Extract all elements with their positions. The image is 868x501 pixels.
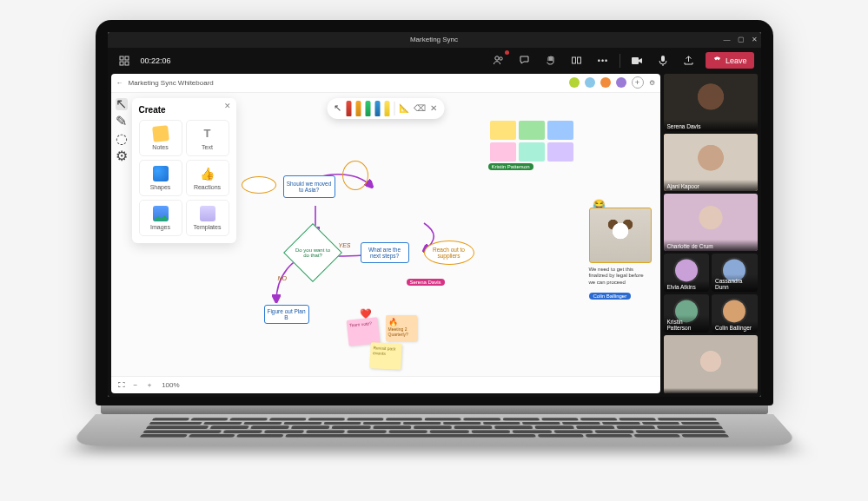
create-notes[interactable]: Notes: [139, 120, 182, 156]
pen-eraser[interactable]: ⌫: [414, 103, 426, 113]
image-icon: [153, 206, 169, 221]
laptop-base: [96, 414, 773, 482]
flow-node-circle[interactable]: [341, 161, 370, 190]
pointer-tool[interactable]: ↖: [334, 102, 341, 114]
zoom-out-button[interactable]: −: [134, 381, 138, 389]
video-tile[interactable]: Elvia Atkins: [664, 254, 710, 292]
laptop-frame: Marketing Sync — ▢ ✕ 00:22:06: [96, 20, 773, 482]
note-palette[interactable]: Kristin Patterson: [490, 121, 573, 162]
swatch-mint[interactable]: [519, 142, 545, 162]
video-tile[interactable]: Serena Davis: [664, 74, 758, 131]
grid-icon: [118, 55, 130, 67]
sticky-yellow[interactable]: Revisit past events: [369, 342, 402, 370]
add-collaborator-button[interactable]: +: [632, 76, 644, 89]
collaborator-avatar[interactable]: [569, 77, 580, 88]
flow-node-move-asia[interactable]: Should we moved to Asia?: [283, 175, 335, 198]
meeting-timer: 00:22:06: [141, 56, 171, 65]
collaborator-avatar[interactable]: [616, 77, 626, 88]
pen-red[interactable]: [346, 101, 351, 116]
chat-button[interactable]: [515, 51, 534, 70]
more-actions-button[interactable]: •••: [593, 51, 613, 70]
participant-name: Cassandra Dunn: [712, 274, 758, 292]
highlighter-yellow[interactable]: [384, 101, 389, 116]
settings-tool[interactable]: ⚙: [116, 150, 128, 162]
keyboard: [139, 418, 729, 437]
layout-grid-button[interactable]: [115, 51, 134, 70]
video-tile[interactable]: Ajani Kapoor: [664, 134, 758, 191]
svg-rect-1: [125, 56, 129, 60]
collaborator-avatar[interactable]: [600, 77, 611, 88]
pen-toolbar-close[interactable]: ✕: [430, 103, 437, 113]
ruler-tool[interactable]: 📐: [399, 103, 409, 113]
video-tile[interactable]: Colin Ballinger: [712, 294, 758, 333]
reactions-button[interactable]: [541, 51, 560, 70]
zoom-level: 100%: [162, 381, 179, 389]
image-card[interactable]: 😂 We need to get this finalized by legal…: [589, 208, 652, 302]
pen-green[interactable]: [365, 101, 370, 116]
create-panel-title: Create: [139, 105, 229, 115]
flow-node-reach-out[interactable]: Reach out to suppliers: [424, 241, 474, 265]
swatch-lilac[interactable]: [547, 142, 573, 162]
pen-blue[interactable]: [374, 101, 380, 116]
flow-node-ellipse-left[interactable]: [242, 176, 276, 194]
create-item-label: Templates: [194, 224, 222, 230]
pen-orange[interactable]: [355, 101, 361, 116]
flow-node-next-steps[interactable]: What are the next steps?: [361, 242, 409, 263]
shape-icon: [153, 166, 169, 181]
whiteboard-header: ← Marketing Sync Whiteboard + ⚙: [111, 74, 660, 93]
swatch-green[interactable]: [519, 121, 545, 140]
create-images[interactable]: Images: [139, 200, 182, 236]
leave-button[interactable]: Leave: [706, 52, 754, 69]
svg-rect-3: [125, 62, 129, 65]
select-tool[interactable]: ↖: [116, 98, 128, 110]
video-tile[interactable]: Charlotte de Crum: [664, 194, 758, 251]
share-button[interactable]: [679, 51, 699, 70]
mic-toggle[interactable]: [653, 51, 673, 70]
whiteboard-canvas[interactable]: ↖ ✎ ◌ ⚙ ✕ Create Note: [111, 93, 660, 376]
svg-point-5: [500, 57, 502, 60]
video-tile[interactable]: [664, 335, 758, 392]
eraser-tool[interactable]: ◌: [116, 133, 128, 145]
participant-name: Colin Ballinger: [712, 321, 758, 333]
draw-tool[interactable]: ✎: [116, 115, 128, 128]
image-caption: We need to get this finalized by legal b…: [589, 267, 652, 287]
participant-name: Charlotte de Crum: [664, 240, 758, 251]
avatar: [723, 300, 745, 323]
zoom-in-button[interactable]: ＋: [146, 380, 153, 390]
swatch-yellow[interactable]: [490, 121, 516, 140]
tool-rail: ↖ ✎ ◌ ⚙: [115, 98, 129, 162]
swatch-blue[interactable]: [547, 121, 573, 140]
create-item-label: Reactions: [194, 184, 221, 190]
breakout-rooms-button[interactable]: [567, 51, 586, 70]
create-text[interactable]: T Text: [186, 120, 229, 156]
fit-view-button[interactable]: ⛶: [118, 381, 125, 389]
wb-back-button[interactable]: ←: [116, 79, 123, 87]
sticky-orange[interactable]: 🔥 Meeting 2 Quarterly?: [386, 315, 417, 341]
wb-settings-button[interactable]: ⚙: [649, 79, 655, 87]
pen-toolbar[interactable]: ↖ 📐 ⌫ ✕: [327, 98, 444, 119]
title-bar: Marketing Sync — ▢ ✕: [108, 32, 761, 48]
participants-button[interactable]: [489, 51, 508, 70]
video-tile[interactable]: Cassandra Dunn: [712, 254, 758, 292]
create-templates[interactable]: Templates: [186, 200, 229, 236]
svg-rect-7: [578, 57, 581, 63]
create-close-button[interactable]: ✕: [224, 102, 231, 110]
create-item-label: Images: [150, 224, 170, 230]
edge-label-no: NO: [278, 275, 288, 281]
maximize-button[interactable]: ▢: [738, 36, 745, 43]
flow-node-figure-out[interactable]: Figure out Plan B: [264, 305, 309, 324]
close-button[interactable]: ✕: [752, 36, 758, 43]
minimize-button[interactable]: —: [724, 36, 731, 43]
heart-reaction-icon[interactable]: ❤️: [360, 308, 372, 320]
sticky-pink[interactable]: Team vote?: [346, 317, 380, 346]
svg-rect-9: [661, 56, 665, 62]
hand-icon: [545, 55, 557, 67]
text-icon: T: [200, 126, 215, 142]
chat-icon: [519, 55, 531, 67]
create-reactions[interactable]: 👍 Reactions: [186, 160, 229, 196]
create-shapes[interactable]: Shapes: [139, 160, 182, 196]
camera-toggle[interactable]: [627, 51, 646, 70]
video-tile[interactable]: Kristin Patterson: [664, 294, 710, 333]
bulldog-image[interactable]: [589, 208, 652, 263]
collaborator-avatar[interactable]: [585, 77, 595, 88]
